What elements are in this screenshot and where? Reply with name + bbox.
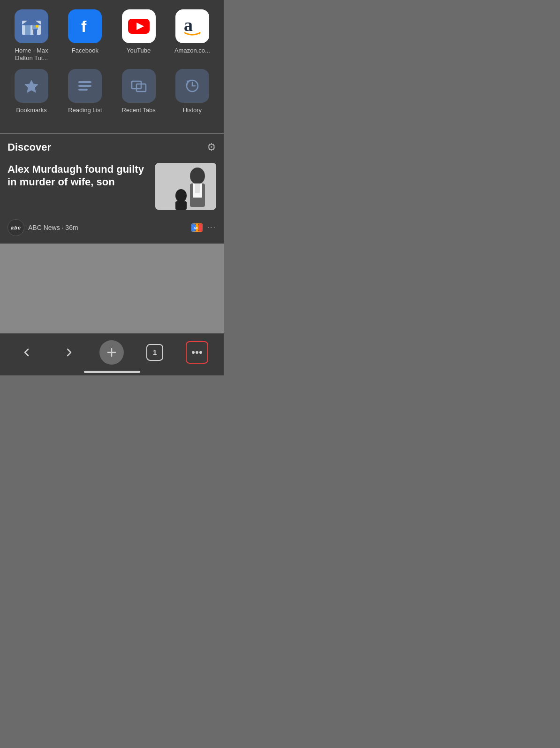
toolbar-buttons: 1 [0, 334, 224, 368]
svg-text:AD: AD [194, 227, 198, 229]
svg-rect-13 [78, 85, 91, 87]
shortcut-history[interactable]: History [168, 69, 216, 114]
svg-rect-14 [78, 89, 88, 91]
abc-logo: abc [8, 219, 24, 236]
svg-rect-4 [33, 29, 37, 35]
facebook-icon: f [68, 9, 102, 43]
shortcut-bookmarks-label: Bookmarks [16, 107, 47, 114]
new-tab-button[interactable] [99, 340, 124, 365]
news-card[interactable]: Alex Murdaugh found guilty in murder of … [8, 161, 216, 236]
discover-header: Discover ⚙ [8, 141, 216, 153]
amazon-icon: a [175, 9, 209, 43]
discover-title: Discover [8, 141, 51, 153]
video-badge-icon: AD [191, 223, 203, 232]
bookmarks-icon [15, 69, 48, 103]
source-name: ABC News · 36m [28, 224, 78, 231]
shortcut-home-label: Home - Max Dalton Tut... [8, 47, 55, 61]
back-button[interactable] [15, 341, 38, 364]
news-source: abc ABC News · 36m [8, 219, 78, 236]
svg-text:a: a [184, 15, 193, 35]
news-thumbnail [155, 163, 216, 210]
feature-shortcuts: Bookmarks Reading List Recent Tabs [8, 69, 216, 114]
more-options-icon[interactable]: ··· [207, 223, 216, 232]
home-icon [15, 9, 48, 43]
news-content: Alex Murdaugh found guilty in murder of … [8, 161, 216, 215]
reading-list-icon [68, 69, 102, 103]
shortcut-amazon[interactable]: a Amazon.co... [168, 9, 216, 61]
svg-rect-25 [195, 183, 200, 193]
forward-button[interactable] [58, 341, 80, 364]
youtube-icon [122, 9, 156, 43]
svg-point-26 [175, 189, 187, 202]
shortcut-reading-list-label: Reading List [68, 107, 102, 114]
svg-marker-11 [25, 80, 38, 92]
svg-rect-12 [78, 81, 91, 83]
abc-text: abc [11, 225, 21, 230]
svg-text:f: f [81, 17, 87, 35]
shortcut-youtube-label: YouTube [127, 47, 151, 54]
news-text: Alex Murdaugh found guilty in murder of … [8, 163, 150, 210]
settings-icon[interactable]: ⚙ [207, 141, 216, 153]
shortcut-recent-tabs-label: Recent Tabs [122, 107, 156, 114]
shortcut-reading-list[interactable]: Reading List [61, 69, 109, 114]
shortcut-facebook-label: Facebook [72, 47, 98, 54]
shortcut-bookmarks[interactable]: Bookmarks [8, 69, 55, 114]
shortcut-amazon-label: Amazon.co... [174, 47, 210, 54]
svg-point-35 [199, 351, 202, 354]
news-image [155, 163, 216, 210]
shortcut-facebook[interactable]: f Facebook [61, 9, 109, 61]
recent-tabs-icon [122, 69, 156, 103]
history-icon [175, 69, 209, 103]
svg-point-21 [190, 168, 205, 184]
website-shortcuts: Home - Max Dalton Tut... f Facebook YouT… [8, 9, 216, 61]
svg-rect-1 [25, 24, 30, 35]
more-menu-button[interactable] [186, 341, 208, 364]
tab-switcher-button[interactable]: 1 [144, 341, 166, 364]
svg-rect-27 [175, 201, 187, 210]
news-headline: Alex Murdaugh found guilty in murder of … [8, 163, 150, 189]
shortcut-home[interactable]: Home - Max Dalton Tut... [8, 9, 55, 61]
bottom-toolbar: 1 [0, 333, 224, 375]
shortcut-youtube[interactable]: YouTube [115, 9, 163, 61]
news-actions: AD ··· [191, 223, 216, 232]
tab-count: 1 [146, 344, 163, 361]
svg-point-33 [192, 351, 195, 354]
svg-point-34 [196, 351, 198, 354]
discover-section: Discover ⚙ Alex Murdaugh found guilty in… [0, 134, 224, 244]
home-bar [84, 371, 140, 373]
svg-point-5 [36, 25, 38, 28]
shortcut-recent-tabs[interactable]: Recent Tabs [115, 69, 163, 114]
news-footer: abc ABC News · 36m AD ··· [8, 215, 216, 236]
svg-rect-31 [198, 224, 202, 231]
home-indicator [0, 368, 224, 375]
shortcut-history-label: History [183, 107, 202, 114]
